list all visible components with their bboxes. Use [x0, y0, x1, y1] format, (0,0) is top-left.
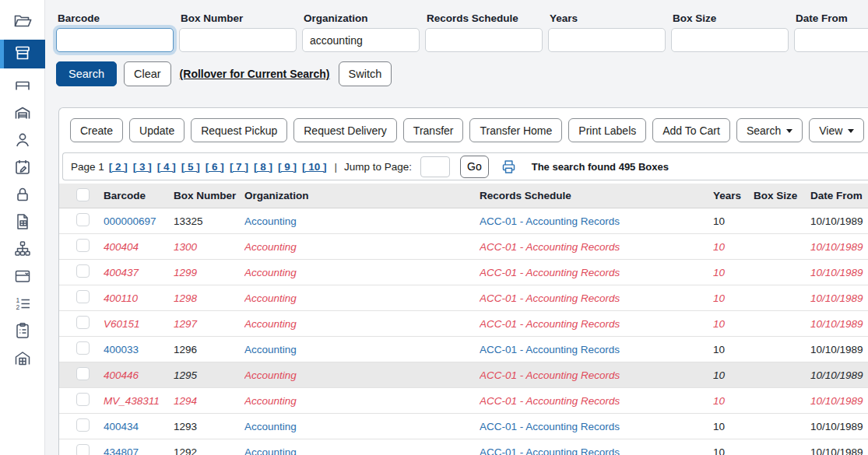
sidebar-item-folders[interactable]: [0, 12, 45, 31]
organization-input[interactable]: [302, 28, 420, 52]
row-checkbox[interactable]: [76, 316, 90, 329]
barcode-input[interactable]: [56, 28, 174, 52]
organization-link[interactable]: Accounting: [244, 344, 480, 355]
header-date-from[interactable]: Date From: [810, 190, 868, 201]
search-button[interactable]: Search: [56, 61, 117, 86]
transfer-home-button[interactable]: Transfer Home: [469, 118, 562, 142]
go-button[interactable]: Go: [460, 156, 489, 178]
sidebar-item-orgchart[interactable]: [0, 240, 45, 259]
sidebar-item-schedule[interactable]: [0, 159, 45, 177]
barcode-link[interactable]: 400434: [104, 421, 174, 432]
box-number-cell: 1299: [174, 267, 244, 278]
header-box-number[interactable]: Box Number: [174, 190, 244, 201]
create-button[interactable]: Create: [70, 118, 123, 142]
svg-text:2: 2: [16, 303, 19, 310]
header-records-schedule[interactable]: Records Schedule: [480, 190, 713, 201]
current-page-label: Page 1: [71, 161, 104, 173]
records-schedule-link[interactable]: ACC-01 - Accounting Records: [480, 369, 713, 381]
years-input[interactable]: [548, 28, 666, 52]
barcode-link[interactable]: 434807: [104, 446, 174, 455]
organization-link[interactable]: Accounting: [244, 395, 480, 407]
sidebar-item-messages[interactable]: [0, 268, 45, 286]
page-link-4[interactable]: [ 4 ]: [157, 161, 176, 173]
organization-link[interactable]: Accounting: [244, 318, 480, 330]
update-button[interactable]: Update: [129, 118, 184, 142]
clear-button[interactable]: Clear: [124, 61, 171, 86]
sidebar-item-shelves[interactable]: [0, 77, 45, 96]
records-schedule-link[interactable]: ACC-01 - Accounting Records: [480, 395, 713, 407]
organization-link[interactable]: Accounting: [244, 421, 480, 432]
page-link-3[interactable]: [ 3 ]: [133, 161, 152, 173]
header-box-size[interactable]: Box Size: [754, 190, 810, 201]
request-pickup-button[interactable]: Request Pickup: [191, 118, 287, 142]
records-schedule-input[interactable]: [425, 28, 543, 52]
header-barcode[interactable]: Barcode: [104, 190, 174, 201]
records-schedule-link[interactable]: ACC-01 - Accounting Records: [480, 344, 713, 355]
switch-button[interactable]: Switch: [339, 61, 392, 86]
request-delivery-button[interactable]: Request Delivery: [293, 118, 397, 142]
date-from-input[interactable]: [794, 28, 868, 52]
organization-link[interactable]: Accounting: [244, 292, 480, 304]
page-link-10[interactable]: [ 10 ]: [302, 161, 327, 173]
add-to-cart-button[interactable]: Add To Cart: [652, 118, 730, 142]
page-link-8[interactable]: [ 8 ]: [254, 161, 272, 173]
page-link-6[interactable]: [ 6 ]: [206, 161, 224, 173]
rollover-current-search-link[interactable]: (Rollover for Current Search): [180, 68, 330, 80]
box-number-input[interactable]: [179, 28, 297, 52]
row-checkbox[interactable]: [76, 213, 90, 226]
sidebar-item-invoices[interactable]: [0, 213, 45, 232]
organization-link[interactable]: Accounting: [244, 267, 480, 278]
row-checkbox[interactable]: [76, 290, 90, 303]
page-link-9[interactable]: [ 9 ]: [278, 161, 297, 173]
barcode-link[interactable]: MV_438311: [104, 395, 174, 407]
barcode-link[interactable]: 400446: [104, 369, 174, 381]
row-checkbox[interactable]: [76, 393, 90, 406]
sidebar-item-tasks[interactable]: [0, 322, 45, 341]
sidebar-item-numbered-list[interactable]: 12: [0, 295, 45, 313]
row-checkbox[interactable]: [76, 239, 90, 252]
records-schedule-link[interactable]: ACC-01 - Accounting Records: [480, 215, 713, 227]
sidebar-item-boxes[interactable]: [0, 40, 45, 68]
organization-link[interactable]: Accounting: [244, 241, 480, 253]
row-checkbox[interactable]: [76, 264, 90, 278]
transfer-button[interactable]: Transfer: [403, 118, 464, 142]
header-years[interactable]: Years: [713, 190, 754, 201]
header-organization[interactable]: Organization: [244, 190, 480, 201]
organization-link[interactable]: Accounting: [244, 446, 480, 455]
page-link-7[interactable]: [ 7 ]: [230, 161, 248, 173]
barcode-link[interactable]: V60151: [104, 318, 174, 330]
sidebar-item-storage[interactable]: [0, 349, 45, 368]
records-schedule-link[interactable]: ACC-01 - Accounting Records: [480, 421, 713, 432]
row-checkbox[interactable]: [76, 367, 90, 380]
barcode-link[interactable]: 400404: [104, 241, 174, 253]
barcode-link[interactable]: 400033: [104, 344, 174, 355]
records-schedule-link[interactable]: ACC-01 - Accounting Records: [480, 241, 713, 253]
search-menu-button[interactable]: Search: [736, 118, 803, 142]
row-checkbox[interactable]: [76, 418, 90, 432]
date-from-cell: 10/10/1989: [810, 369, 868, 381]
select-all-checkbox[interactable]: [76, 188, 90, 201]
records-schedule-link[interactable]: ACC-01 - Accounting Records: [480, 292, 713, 304]
date-from-cell: 10/10/1989: [810, 395, 868, 407]
box-size-input[interactable]: [671, 28, 789, 52]
records-schedule-link[interactable]: ACC-01 - Accounting Records: [480, 318, 713, 330]
sidebar-item-users[interactable]: [0, 131, 45, 150]
records-schedule-link[interactable]: ACC-01 - Accounting Records: [480, 267, 713, 278]
sidebar-item-warehouse[interactable]: [0, 104, 45, 123]
printer-icon[interactable]: [501, 159, 517, 175]
row-checkbox[interactable]: [76, 444, 90, 455]
organization-link[interactable]: Accounting: [244, 369, 480, 381]
jump-to-page-input[interactable]: [420, 156, 450, 177]
organization-label: Organization: [304, 12, 420, 24]
barcode-link[interactable]: 400437: [104, 267, 174, 278]
view-menu-button[interactable]: View: [809, 118, 864, 142]
organization-link[interactable]: Accounting: [244, 215, 480, 227]
page-link-2[interactable]: [ 2 ]: [109, 161, 128, 173]
row-checkbox[interactable]: [76, 341, 90, 355]
sidebar-item-security[interactable]: [0, 186, 45, 205]
print-labels-button[interactable]: Print Labels: [568, 118, 646, 142]
page-link-5[interactable]: [ 5 ]: [181, 161, 200, 173]
barcode-link[interactable]: 400110: [104, 292, 174, 304]
barcode-link[interactable]: 000000697: [104, 215, 174, 227]
records-schedule-link[interactable]: ACC-01 - Accounting Records: [480, 446, 713, 455]
